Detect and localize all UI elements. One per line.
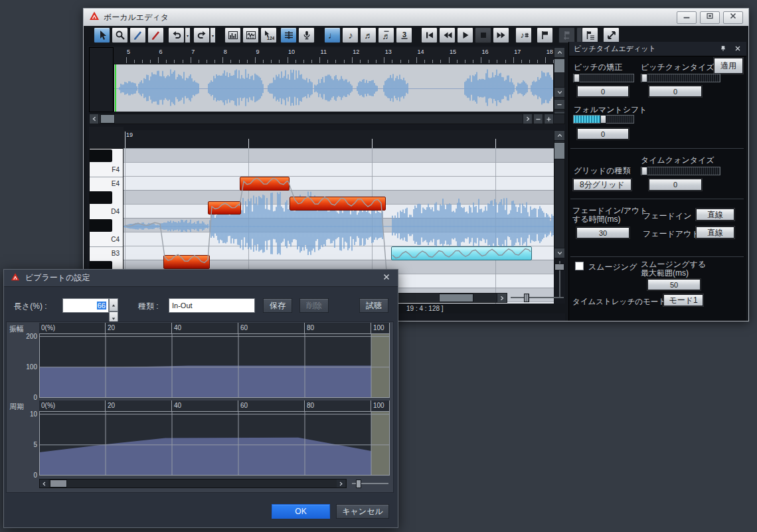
view-wave-button[interactable] — [242, 27, 259, 43]
ok-button[interactable]: OK — [272, 504, 330, 519]
view-numeric-button[interactable]: 124 — [260, 27, 277, 43]
play-button[interactable] — [457, 27, 473, 43]
fade-in-curve-button[interactable]: 直線 — [696, 209, 734, 221]
pitch-note-button[interactable]: ♪ — [515, 27, 532, 43]
black-key[interactable] — [90, 149, 112, 162]
logo-icon — [11, 272, 20, 282]
pen-blue-tool[interactable] — [129, 27, 146, 43]
smoothing-checkbox[interactable] — [575, 262, 584, 270]
close-button[interactable] — [723, 11, 743, 24]
pr-scroll-down-button[interactable] — [554, 248, 565, 258]
note-thirtysecond-button[interactable]: ♬ — [378, 27, 394, 43]
pr-vscroll-thumb[interactable] — [554, 142, 565, 159]
grid-type-button[interactable]: 8分グリッド — [573, 179, 631, 191]
pen-red-tool[interactable] — [147, 27, 164, 43]
note-segment[interactable] — [208, 201, 241, 215]
pitch-correction-slider[interactable] — [573, 74, 634, 82]
pr-vzoom-handle[interactable] — [554, 264, 564, 270]
note-eighth-button[interactable]: ♪ — [342, 27, 359, 43]
pr-scroll-up-button[interactable] — [554, 130, 565, 141]
note-triplet-button[interactable]: 3 — [396, 27, 412, 43]
rewind-button[interactable] — [439, 27, 456, 43]
redo-button[interactable] — [193, 27, 210, 43]
record-mic-button[interactable] — [298, 27, 315, 43]
chart-plot-周期[interactable] — [39, 411, 390, 476]
scroll-right-button[interactable] — [523, 114, 533, 124]
pr-hzoom-handle[interactable] — [524, 294, 529, 302]
marker-add-button[interactable] — [537, 27, 553, 43]
fade-out-curve-button[interactable]: 直線 — [696, 226, 734, 238]
marker-list-button[interactable] — [582, 27, 598, 43]
chart-hscrollbar[interactable] — [39, 479, 347, 488]
delete-button[interactable]: 削除 — [299, 298, 329, 313]
panel-titlebar[interactable]: ピッチタイムエディット — [569, 42, 746, 56]
pitch-quantize-value[interactable]: 0 — [649, 86, 702, 97]
hzoom-out-button[interactable] — [533, 114, 543, 124]
dialog-titlebar[interactable]: ビブラートの設定 — [4, 270, 398, 287]
cancel-button[interactable]: キャンセル — [336, 504, 389, 519]
pin-icon[interactable] — [719, 44, 727, 54]
chart-hscroll-thumb[interactable] — [50, 480, 67, 488]
smoothing-range-value[interactable]: 50 — [647, 279, 701, 290]
apply-button[interactable]: 適用 — [714, 58, 743, 74]
note-segment[interactable] — [290, 197, 386, 211]
dialog-close-icon[interactable] — [382, 272, 391, 284]
redo-button-dropdown[interactable]: ▾ — [210, 27, 216, 43]
note-segment[interactable] — [163, 255, 210, 269]
zoom-out-button[interactable] — [554, 99, 565, 110]
black-key[interactable] — [90, 191, 112, 204]
time-stretch-mode-button[interactable]: モード1 — [663, 294, 703, 306]
pitch-edit-button[interactable] — [280, 27, 297, 43]
formant-shift-value[interactable]: 0 — [577, 128, 629, 139]
note-quarter-button[interactable]: ♩ — [324, 27, 341, 43]
pr-hzoom-slider[interactable] — [511, 297, 564, 298]
select-tool[interactable] — [94, 27, 110, 43]
overview-waveform[interactable] — [114, 64, 554, 112]
chart-scroll-right-button[interactable] — [337, 480, 345, 488]
pr-hscroll-thumb[interactable] — [439, 294, 473, 302]
formant-shift-slider[interactable] — [573, 115, 634, 124]
preview-button[interactable]: 試聴 — [359, 298, 388, 313]
black-key[interactable] — [90, 219, 112, 232]
hzoom-in-button[interactable] — [544, 114, 554, 124]
scroll-down-button[interactable] — [554, 87, 565, 98]
overview-hscroll-thumb[interactable] — [100, 114, 115, 124]
marker-prev-button[interactable] — [558, 27, 575, 43]
window-titlebar[interactable]: ボーカルエディタ — [84, 9, 748, 26]
chart-plot-振幅[interactable] — [39, 333, 390, 398]
zoom-tool[interactable] — [112, 27, 128, 43]
save-button[interactable]: 保存 — [263, 298, 292, 313]
chart-scroll-left-button[interactable] — [40, 480, 48, 488]
overview-vscroll-thumb[interactable] — [554, 58, 565, 73]
stop-button[interactable] — [475, 27, 491, 43]
time-quantize-value[interactable]: 0 — [649, 179, 702, 191]
note-segment[interactable] — [240, 177, 290, 191]
overview-ruler[interactable]: 56789101112131415161718 — [114, 47, 554, 64]
pitch-correction-value[interactable]: 0 — [577, 86, 629, 97]
overview-hscrollbar[interactable] — [89, 114, 565, 124]
chart-zoom-handle[interactable] — [356, 480, 361, 488]
time-quantize-slider[interactable] — [641, 167, 720, 175]
spin-up-button[interactable] — [109, 298, 118, 311]
undo-button[interactable] — [168, 27, 185, 43]
pr-scroll-right-button[interactable] — [497, 293, 507, 303]
length-spinner[interactable] — [109, 298, 118, 313]
scroll-left-button[interactable] — [89, 114, 99, 124]
note-segment[interactable] — [391, 246, 532, 260]
expand-button[interactable] — [603, 27, 620, 43]
fast-forward-button[interactable] — [493, 27, 509, 43]
go-start-button[interactable] — [421, 27, 438, 43]
panel-close-icon[interactable] — [734, 44, 742, 54]
pitch-quantize-slider[interactable] — [641, 74, 720, 82]
fade-time-value[interactable]: 30 — [576, 227, 630, 238]
undo-button-dropdown[interactable]: ▾ — [185, 27, 191, 43]
type-combobox[interactable]: In-Out — [169, 298, 255, 313]
pitch-lines-icon — [284, 30, 294, 41]
length-input[interactable]: 66 — [62, 298, 109, 313]
pianoroll-ruler[interactable]: 19 — [124, 130, 554, 148]
note-sixteenth-button[interactable]: ♬ — [360, 27, 377, 43]
scroll-up-button[interactable] — [554, 47, 565, 58]
view-level-button[interactable] — [224, 27, 241, 43]
maximize-button[interactable] — [700, 11, 720, 24]
minimize-button[interactable] — [677, 11, 697, 24]
